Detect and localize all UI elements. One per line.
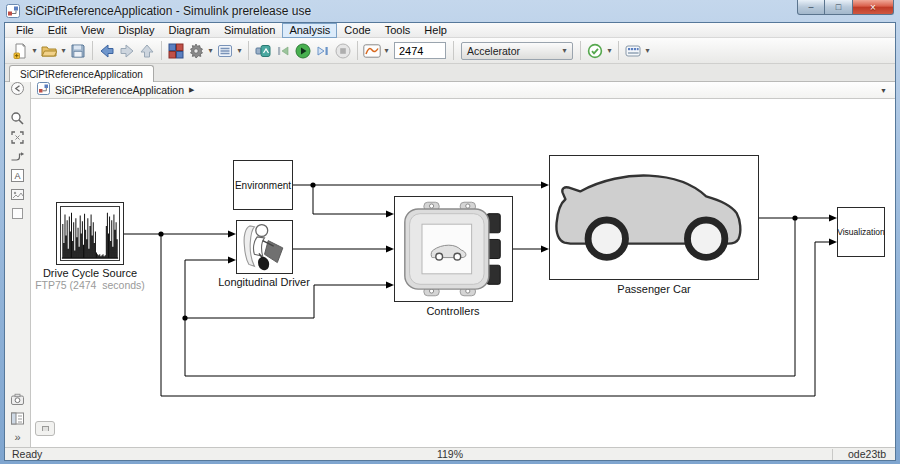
block-drive-cycle-source[interactable] bbox=[56, 202, 124, 265]
save-button[interactable] bbox=[68, 41, 88, 61]
toolbar-separator bbox=[618, 41, 619, 60]
open-folder-icon bbox=[41, 43, 57, 59]
block-label-passenger-car: Passenger Car bbox=[594, 283, 714, 295]
gear-icon bbox=[188, 43, 204, 59]
toolbar-separator bbox=[453, 41, 454, 60]
breadcrumb-dropdown-button[interactable]: ▼ bbox=[880, 87, 887, 94]
step-forward-icon bbox=[315, 43, 331, 59]
data-inspector-button[interactable] bbox=[253, 41, 273, 61]
step-back-button[interactable] bbox=[273, 41, 293, 61]
status-separator bbox=[832, 449, 833, 460]
build-caret[interactable]: ▾ bbox=[643, 46, 652, 55]
block-passenger-car[interactable] bbox=[549, 155, 759, 280]
diagram-canvas[interactable]: Drive Cycle Source FTP75 (2474 seconds) … bbox=[31, 99, 895, 447]
block-environment[interactable]: Environment bbox=[233, 160, 293, 210]
up-button[interactable] bbox=[137, 41, 157, 61]
scope-icon bbox=[363, 44, 381, 58]
menu-bar: File Edit View Display Diagram Simulatio… bbox=[5, 23, 895, 38]
block-label-drive-cycle-source: Drive Cycle Source bbox=[35, 267, 145, 279]
magnifier-icon bbox=[10, 111, 25, 126]
update-diagram-caret[interactable]: ▾ bbox=[605, 46, 614, 55]
menu-tools[interactable]: Tools bbox=[378, 23, 418, 38]
back-arrow-icon bbox=[99, 43, 115, 59]
scope-caret[interactable]: ▾ bbox=[382, 46, 391, 55]
block-sublabel-drive-cycle-source: FTP75 (2474 seconds) bbox=[31, 279, 149, 291]
shape-annotation-button[interactable] bbox=[9, 204, 27, 222]
up-arrow-icon bbox=[139, 43, 155, 59]
breadcrumb-bar: SiCiPtReferenceApplication ▶ ▼ bbox=[31, 82, 895, 99]
save-icon bbox=[70, 43, 86, 59]
hide-explorer-bar-button[interactable] bbox=[10, 81, 25, 100]
fit-view-icon bbox=[10, 130, 25, 145]
menu-simulation[interactable]: Simulation bbox=[217, 23, 282, 38]
simulation-mode-value: Accelerator bbox=[467, 45, 520, 57]
simulink-model-icon bbox=[6, 4, 20, 18]
pane-control-icon bbox=[42, 426, 49, 431]
camera-icon bbox=[10, 392, 25, 407]
environment-list-button[interactable] bbox=[215, 41, 235, 61]
body-row: A » bbox=[5, 99, 895, 447]
maximize-button[interactable]: □ bbox=[825, 0, 852, 15]
new-model-icon bbox=[12, 43, 28, 59]
menu-code[interactable]: Code bbox=[337, 23, 377, 38]
screenshot-button[interactable] bbox=[9, 390, 27, 408]
model-browser-icon bbox=[10, 411, 25, 426]
fit-to-view-button[interactable] bbox=[9, 128, 27, 146]
image-annotation-button[interactable] bbox=[9, 185, 27, 203]
new-model-button[interactable] bbox=[10, 41, 30, 61]
address-stub bbox=[5, 82, 31, 99]
menu-diagram[interactable]: Diagram bbox=[161, 23, 217, 38]
block-controllers[interactable] bbox=[394, 196, 513, 302]
window-controls: – □ × bbox=[797, 0, 894, 15]
square-shape-icon bbox=[10, 206, 25, 221]
model-settings-button[interactable] bbox=[186, 41, 206, 61]
window-title: SiCiPtReferenceApplication - Simulink pr… bbox=[25, 4, 311, 18]
menu-view[interactable]: View bbox=[74, 23, 112, 38]
model-browser-button[interactable] bbox=[9, 409, 27, 427]
menu-display[interactable]: Display bbox=[111, 23, 161, 38]
menu-edit[interactable]: Edit bbox=[41, 23, 74, 38]
address-row: SiCiPtReferenceApplication ▶ ▼ bbox=[5, 82, 895, 99]
scope-button[interactable] bbox=[362, 41, 382, 61]
toolbar-separator bbox=[92, 41, 93, 60]
breadcrumb-arrow-icon[interactable]: ▶ bbox=[189, 86, 194, 94]
block-longitudinal-driver[interactable] bbox=[236, 220, 293, 274]
library-browser-button[interactable] bbox=[166, 41, 186, 61]
toolbar-separator bbox=[580, 41, 581, 60]
simulation-stop-time-input[interactable] bbox=[394, 42, 446, 59]
new-model-caret[interactable]: ▾ bbox=[30, 46, 39, 55]
annotation-button[interactable]: A bbox=[9, 166, 27, 184]
toolbar: ▾ ▾ ▾ ▾ ▾ Accelerator bbox=[5, 38, 895, 64]
close-button[interactable]: × bbox=[852, 0, 894, 15]
model-settings-caret[interactable]: ▾ bbox=[206, 46, 215, 55]
menu-help[interactable]: Help bbox=[417, 23, 454, 38]
step-forward-button[interactable] bbox=[313, 41, 333, 61]
drive-cycle-plot-icon bbox=[60, 206, 120, 261]
image-icon bbox=[10, 187, 25, 202]
back-button[interactable] bbox=[97, 41, 117, 61]
pane-control-button[interactable] bbox=[35, 421, 55, 436]
zoom-button[interactable] bbox=[9, 109, 27, 127]
list-icon bbox=[217, 43, 233, 59]
breadcrumb-model-name[interactable]: SiCiPtReferenceApplication bbox=[55, 84, 184, 96]
simulation-mode-select[interactable]: Accelerator ▾ bbox=[461, 42, 573, 60]
forward-button[interactable] bbox=[117, 41, 137, 61]
menu-analysis[interactable]: Analysis bbox=[282, 23, 337, 38]
run-button[interactable] bbox=[293, 41, 313, 61]
update-diagram-button[interactable] bbox=[585, 41, 605, 61]
model-tab[interactable]: SiCiPtReferenceApplication bbox=[9, 65, 154, 82]
status-solver: ode23tb bbox=[848, 448, 886, 460]
open-caret[interactable]: ▾ bbox=[59, 46, 68, 55]
ecu-icon bbox=[401, 201, 506, 297]
menu-file[interactable]: File bbox=[9, 23, 41, 38]
environment-list-caret[interactable]: ▾ bbox=[235, 46, 244, 55]
block-label-environment: Environment bbox=[234, 161, 292, 209]
expand-palette-button[interactable]: » bbox=[9, 428, 27, 446]
block-visualization[interactable]: Visualization bbox=[837, 207, 885, 257]
minimize-button[interactable]: – bbox=[797, 0, 825, 15]
open-button[interactable] bbox=[39, 41, 59, 61]
signal-routing-button[interactable] bbox=[9, 147, 27, 165]
stop-button[interactable] bbox=[333, 41, 353, 61]
stop-icon bbox=[335, 43, 351, 59]
build-button[interactable] bbox=[623, 41, 643, 61]
